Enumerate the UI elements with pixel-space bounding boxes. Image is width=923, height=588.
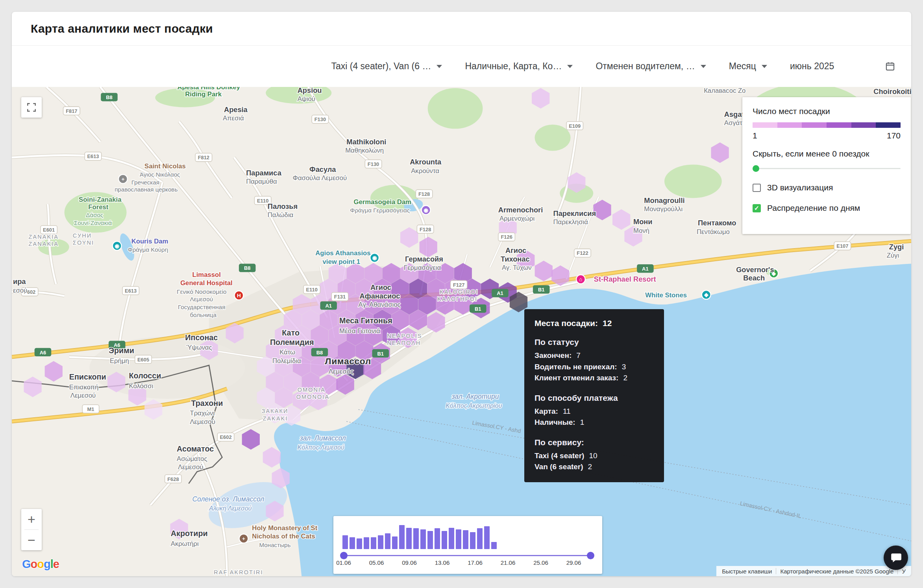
days-checkbox[interactable]: ✓ — [753, 204, 761, 212]
poi-icon[interactable]: ◉ — [113, 241, 122, 251]
poi-glyph: + — [121, 176, 124, 182]
map-label: ира — [13, 278, 26, 286]
map-label: Apesia — [224, 106, 248, 114]
3d-checkbox[interactable] — [753, 184, 761, 192]
road-badge: A1 — [492, 289, 509, 297]
legend-gradient — [753, 122, 901, 128]
map-label: Акротири — [171, 529, 208, 538]
hide-threshold-slider[interactable] — [753, 165, 901, 172]
histogram-bar — [392, 536, 398, 549]
chevron-down-icon — [701, 65, 706, 68]
road-badge-label: E613 — [125, 288, 137, 294]
histogram-bar — [420, 529, 426, 549]
slider-handle[interactable] — [753, 165, 759, 172]
days-distribution-checkbox-row[interactable]: ✓ Распределение по дням — [753, 203, 901, 213]
zoom-in-button[interactable]: + — [21, 509, 42, 529]
map-label: White Stones — [645, 291, 687, 299]
calendar-icon[interactable] — [885, 61, 895, 72]
service-filter-dropdown[interactable]: Taxi (4 seater), Van (6 … — [331, 61, 442, 72]
poi-icon[interactable]: + — [239, 534, 248, 543]
page: Карта аналитики мест посадки Taxi (4 sea… — [0, 0, 923, 588]
google-logo-letter: l — [50, 558, 53, 570]
tooltip-row: Карта:11 — [535, 406, 654, 417]
legend-max: 170 — [887, 131, 901, 140]
map-label: Choirokoitia — [873, 88, 911, 96]
poi-icon[interactable]: ◉ — [422, 206, 431, 215]
road-badge: E605 — [135, 355, 152, 363]
fullscreen-button[interactable] — [21, 97, 42, 118]
road-badge-label: F131 — [334, 294, 346, 300]
histogram-tick: 29.06 — [566, 559, 581, 566]
map-label: Governor's — [736, 266, 774, 274]
road-badge-label: F130 — [314, 116, 326, 122]
map-label: Άγιος Νικόλαος — [140, 171, 180, 178]
map-label: православная церковь — [115, 186, 178, 193]
card-header: Карта аналитики мест посадки — [12, 12, 911, 46]
map-label: Kouris Dam — [131, 238, 168, 245]
road-badge: A1 — [320, 301, 337, 310]
legend-gradient-step — [851, 122, 876, 128]
map-label: Фасула — [309, 166, 336, 173]
map-label: Αγ. Τύχων — [502, 264, 532, 271]
page-title: Карта аналитики мест посадки — [31, 22, 213, 35]
poi-icon[interactable]: ◆ — [702, 290, 711, 299]
payment-filter-dropdown[interactable]: Наличные, Карта, Ко… — [465, 61, 573, 72]
zoom-out-button[interactable]: − — [21, 530, 42, 550]
chevron-down-icon — [567, 65, 573, 68]
date-range-slider-track[interactable] — [344, 555, 590, 556]
map-label: Γερμασόγεια — [404, 264, 441, 271]
tooltip-sections: По статусуЗакончен:7Водитель не приехал:… — [535, 337, 654, 473]
legend-gradient-step — [876, 122, 901, 128]
map-label: Φράγμα Κούρη — [128, 246, 168, 253]
road-badge-label: B1 — [538, 287, 544, 293]
tooltip-row-label: Наличные: — [535, 417, 575, 428]
road-badge-label: B8 — [316, 350, 323, 356]
poi-icon[interactable]: ◉ — [370, 253, 379, 262]
poi-glyph: ◉ — [115, 243, 119, 249]
tooltip-section-header: По статусу — [535, 337, 654, 347]
date-range-handle-end[interactable] — [587, 552, 594, 559]
status-filter-dropdown[interactable]: Отменен водителем, … — [596, 61, 706, 72]
map-label: Калавасос Zo — [704, 87, 745, 94]
map-label: St-Raphael Resort — [594, 275, 656, 283]
map-label: Κόλπος Ακρωτηρίου — [446, 402, 502, 409]
tooltip-title-row: Места посадки: 12 — [535, 319, 654, 328]
histogram-bar — [491, 542, 497, 549]
poi-icon[interactable]: H — [235, 291, 244, 300]
period-filter-dropdown[interactable]: Месяц — [729, 61, 767, 72]
map-label: Riding Park — [185, 90, 222, 98]
tooltip-row-label: Водитель не приехал: — [535, 361, 617, 373]
keyboard-shortcuts-link[interactable]: Быстрые клавиши — [718, 568, 776, 575]
tooltip-row-label: Van (6 seater) — [535, 461, 583, 473]
chat-launcher-button[interactable] — [884, 546, 908, 570]
map-label: Επισκοπή — [69, 383, 99, 391]
map-label: Μονή — [633, 227, 649, 234]
date-picker-field[interactable]: июнь 2025 — [790, 61, 895, 72]
tooltip-title-value: 12 — [603, 319, 612, 328]
map-label: Полемидия — [270, 338, 314, 347]
date-range-handle-start[interactable] — [340, 552, 348, 559]
slider-track[interactable] — [753, 168, 901, 169]
map-label: Αψιού — [298, 95, 315, 103]
map-label: Монастырь — [259, 542, 291, 548]
road-badge: B1 — [470, 304, 486, 313]
days-checkbox-label: Распределение по дням — [767, 203, 860, 213]
analytics-card: Карта аналитики мест посадки Taxi (4 sea… — [12, 12, 911, 576]
map-label: Armenochori — [498, 206, 543, 214]
map-label: Παραμύθα — [246, 178, 277, 185]
poi-icon[interactable]: ⌂ — [576, 275, 585, 284]
histogram-bars — [342, 524, 497, 549]
map-label: Παρεκλησιά — [553, 218, 588, 226]
map-label: Пентакомо — [698, 219, 736, 227]
chevron-down-icon — [762, 65, 767, 68]
histogram-bar — [385, 533, 390, 549]
road-badge-label: E605 — [137, 357, 149, 363]
map-label: Πεντάκωμο — [697, 228, 730, 236]
3d-visualization-checkbox-row[interactable]: 3D визуализация — [753, 183, 901, 192]
chevron-down-icon — [437, 65, 442, 68]
legend-gradient-step — [777, 122, 802, 128]
status-filter-value: Отменен водителем, … — [596, 61, 695, 72]
road-badge-label: E110 — [257, 198, 268, 204]
poi-icon[interactable]: + — [118, 175, 128, 184]
road-badge: F817 — [63, 107, 80, 115]
